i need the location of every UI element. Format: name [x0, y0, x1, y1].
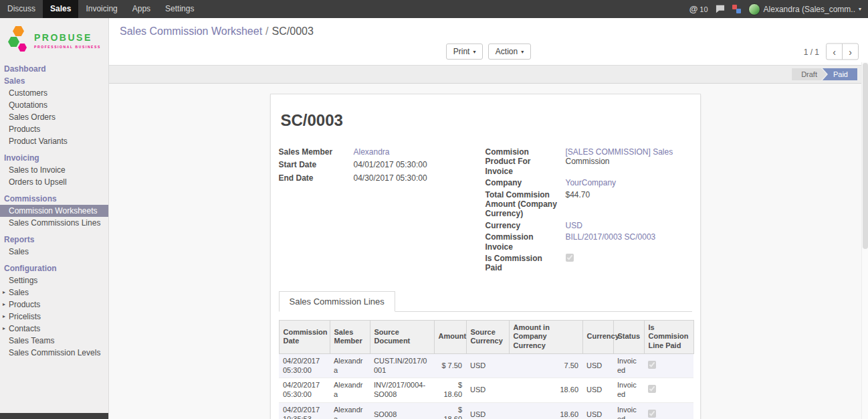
is-commission-paid-value [566, 254, 692, 264]
sidebar-item-product-variants[interactable]: Product Variants [0, 135, 108, 147]
caret-right-icon: ▸ [3, 300, 9, 309]
print-button[interactable]: Print ▾ [446, 44, 483, 60]
announcements-button[interactable] [732, 5, 741, 13]
end-date-label: End Date [279, 173, 354, 183]
sidebar-section-configuration[interactable]: Configuration [0, 262, 108, 274]
sidebar-section-reports[interactable]: Reports [0, 234, 108, 246]
cell-source-document: SO008 [370, 402, 434, 419]
menu-settings[interactable]: Settings [158, 0, 201, 18]
sidebar-item-settings[interactable]: Settings [0, 274, 108, 286]
column-currency[interactable]: Currency [582, 320, 613, 353]
topbar-menu: Discuss Sales Invoicing Apps Settings [0, 0, 201, 18]
sidebar-section-sales[interactable]: Sales [0, 75, 108, 87]
control-panel-row: Print ▾ Action ▾ 1 / 1 ‹ › [109, 41, 868, 62]
notebook-tabs: Sales Commission Lines [279, 291, 692, 312]
column-amount-in-company-currency[interactable]: Amount in Company Currency [509, 320, 582, 353]
column-amount[interactable]: Amount [434, 320, 466, 353]
caret-right-icon: ▸ [3, 312, 9, 321]
chat-bubble-icon [716, 5, 725, 13]
sidebar-section-commissions[interactable]: Commissions [0, 193, 108, 205]
menu-apps[interactable]: Apps [125, 0, 158, 18]
cell-currency: USD [582, 402, 613, 419]
column-status[interactable]: Status [613, 320, 644, 353]
company-link[interactable]: YourCompany [566, 178, 617, 187]
sidebar-item-sales-orders[interactable]: Sales Orders [0, 111, 108, 123]
sidebar-item-sales-commission-levels[interactable]: Sales Commission Levels [0, 347, 108, 359]
table-row[interactable]: 04/20/2017 10:35:53 Alexandra SO008 $ 18… [279, 402, 693, 419]
sidebar-item-config-sales[interactable]: ▸ Sales [0, 286, 108, 299]
sidebar-item-sales-teams[interactable]: Sales Teams [0, 335, 108, 347]
cell-source-currency: USD [466, 402, 509, 419]
line-paid-checkbox[interactable] [648, 385, 656, 393]
sales-member-link[interactable]: Alexandra [354, 147, 390, 157]
menu-sales[interactable]: Sales [43, 0, 78, 18]
commission-product-value-rest: Commission [566, 157, 692, 166]
table-row[interactable]: 04/20/2017 05:30:00 Alexandra INV/2017/0… [279, 378, 693, 403]
brand-tagline: PROFESSIONAL BUSINESS [34, 45, 101, 49]
sidebar-section-invoicing[interactable]: Invoicing [0, 152, 108, 164]
action-button[interactable]: Action ▾ [488, 44, 531, 60]
menu-discuss[interactable]: Discuss [0, 0, 43, 18]
tab-sales-commission-lines[interactable]: Sales Commission Lines [279, 291, 395, 312]
start-date-label: Start Date [279, 160, 354, 169]
status-draft[interactable]: Draft [792, 68, 827, 80]
brand-text: PROBUSE PROFESSIONAL BUSINESS [34, 32, 101, 49]
status-paid[interactable]: Paid [823, 68, 857, 80]
main-panel: Sales Commission Worksheet/SC/0003 Print… [109, 18, 868, 419]
sidebar-item-reports-sales[interactable]: Sales [0, 246, 108, 258]
sidebar-item-orders-to-upsell[interactable]: Orders to Upsell [0, 176, 108, 188]
company-label: Company [485, 178, 566, 187]
cell-line-paid [644, 353, 693, 378]
cell-amount: $ 18.60 [434, 402, 466, 419]
user-menu[interactable]: Alexandra (Sales_comm.. ▾ [748, 3, 861, 15]
sidebar-item-products[interactable]: Products [0, 123, 108, 135]
caret-right-icon: ▸ [3, 324, 9, 333]
column-source-document[interactable]: Source Document [370, 320, 434, 353]
field-row-commission-invoice: Commission Invoice BILL/2017/0003 SC/000… [485, 232, 692, 252]
sidebar-section-dashboard[interactable]: Dashboard [0, 63, 108, 75]
sidebar-item-pricelists[interactable]: ▸ Pricelists [0, 311, 108, 323]
breadcrumb-parent-link[interactable]: Sales Commission Worksheet [120, 25, 262, 37]
breadcrumb-current: SC/0003 [272, 25, 314, 37]
cell-commission-date: 04/20/2017 10:35:53 [279, 402, 330, 419]
column-is-commision-line-paid[interactable]: Is Commision Line Paid [644, 320, 693, 353]
activities-button[interactable]: @ 10 [689, 4, 708, 14]
cell-sales-member: Alexandra [330, 378, 370, 403]
cell-source-document: CUST.IN/2017/0001 [370, 353, 434, 378]
caret-right-icon: ▸ [3, 288, 9, 297]
is-commission-paid-checkbox[interactable] [566, 254, 574, 262]
column-sales-member[interactable]: Sales Member [330, 320, 370, 353]
sidebar-item-config-products[interactable]: ▸ Products [0, 299, 108, 311]
commission-product-value: [SALES COMMISSION] Sales Commission [566, 147, 692, 167]
table-row[interactable]: 04/20/2017 05:30:00 Alexandra CUST.IN/20… [279, 353, 693, 378]
cell-commission-date: 04/20/2017 05:30:00 [279, 378, 330, 403]
breadcrumb: Sales Commission Worksheet/SC/0003 [109, 22, 868, 41]
field-row-sales-member: Sales Member Alexandra [279, 147, 485, 157]
currency-link[interactable]: USD [566, 221, 582, 230]
vertical-scrollbar[interactable] [861, 62, 868, 419]
sidebar-item-sales-to-invoice[interactable]: Sales to Invoice [0, 164, 108, 176]
menu-invoicing[interactable]: Invoicing [78, 0, 124, 18]
company-value: YourCompany [566, 178, 692, 187]
commission-invoice-label: Commission Invoice [485, 232, 566, 252]
line-paid-checkbox[interactable] [648, 410, 656, 418]
line-paid-checkbox[interactable] [648, 361, 656, 369]
field-groups: Sales Member Alexandra Start Date 04/01/… [279, 147, 692, 275]
pager-next-button[interactable]: › [842, 44, 859, 60]
sidebar-item-customers[interactable]: Customers [0, 87, 108, 99]
column-commission-date[interactable]: Commission Date [279, 320, 330, 353]
column-source-currency[interactable]: Source Currency [466, 320, 509, 353]
commission-product-link[interactable]: [SALES COMMISSION] Sales [566, 147, 692, 157]
sidebar-item-commission-worksheets[interactable]: Commission Worksheets [0, 205, 108, 217]
caret-down-icon: ▾ [521, 49, 524, 55]
commission-invoice-link[interactable]: BILL/2017/0003 SC/0003 [566, 232, 656, 242]
messages-button[interactable] [716, 5, 725, 13]
cell-sales-member: Alexandra [330, 353, 370, 378]
field-row-is-commission-paid: Is Commission Paid [485, 254, 692, 273]
sidebar-item-quotations[interactable]: Quotations [0, 99, 108, 111]
scrollbar-thumb[interactable] [863, 63, 868, 249]
sidebar-item-sales-commissions-lines[interactable]: Sales Commissions Lines [0, 217, 108, 229]
sidebar-item-contacts[interactable]: ▸ Contacts [0, 323, 108, 335]
pager-previous-button[interactable]: ‹ [826, 44, 843, 60]
field-row-company: Company YourCompany [485, 178, 692, 187]
